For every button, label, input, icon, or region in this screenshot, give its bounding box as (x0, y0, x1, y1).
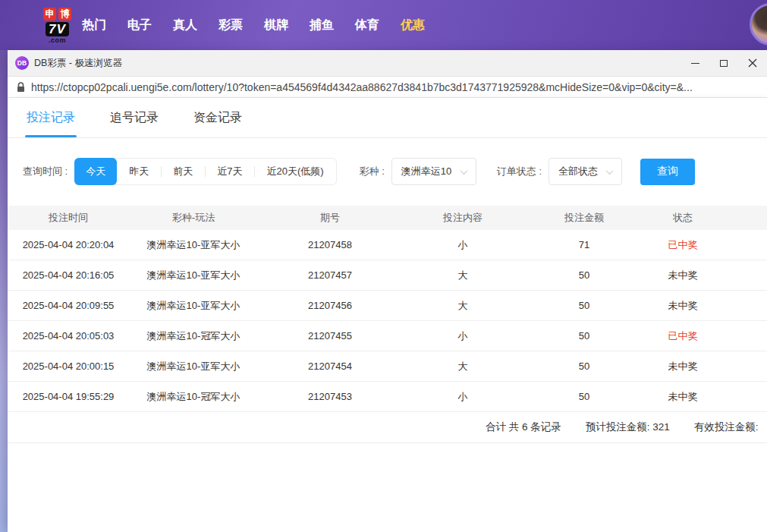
order-status-value: 全部状态 (558, 165, 598, 178)
cell-bet-content: 大 (402, 269, 523, 282)
cell-bet-content: 小 (402, 238, 523, 252)
cell-issue: 21207458 (258, 239, 402, 250)
logo-text: 7V (46, 22, 69, 36)
cell-issue: 21207453 (258, 391, 402, 402)
summary-expected-amount: 预计投注金额: 321 (586, 420, 670, 434)
site-logo[interactable]: 申 博 7V .com (43, 8, 71, 43)
cell-bet-content: 小 (402, 329, 523, 343)
cell-issue: 21207455 (258, 330, 402, 342)
cell-bet-time: 2025-04-04 20:20:04 (8, 239, 129, 250)
table-row: 2025-04-04 19:55:29 澳洲幸运10-冠军大小 21207453… (8, 382, 767, 412)
minimize-icon (691, 63, 699, 64)
table-row: 2025-04-04 20:20:04 澳洲幸运10-亚军大小 21207458… (8, 230, 767, 260)
cell-bet-amount: 50 (523, 269, 645, 281)
cell-status: 未中奖 (645, 299, 721, 313)
cell-bet-time: 2025-04-04 20:09:55 (8, 300, 129, 311)
cell-status: 已中奖 (645, 329, 721, 343)
close-icon (748, 58, 757, 68)
cell-game-play: 澳洲幸运10-亚军大小 (129, 238, 258, 252)
cell-bet-time: 2025-04-04 20:16:05 (8, 269, 129, 281)
cell-status: 未中奖 (645, 390, 721, 404)
time-filter-label: 查询时间 : (23, 165, 68, 178)
cell-issue: 21207456 (258, 300, 402, 311)
window-titlebar: DB DB彩票 - 极速浏览器 (8, 50, 767, 77)
table-row: 2025-04-04 20:09:55 澳洲幸运10-亚军大小 21207456… (8, 291, 767, 321)
filter-bar: 查询时间 : 今天昨天前天近7天近20天(低频) 彩种 : 澳洲幸运10 订单状… (8, 138, 767, 185)
lottery-filter-label: 彩种 : (360, 165, 385, 178)
url-text: https://ctopcp02pcali.uengi5e.com/lotter… (31, 81, 693, 93)
summary-total-records: 合计 共 6 条记录 (486, 420, 561, 434)
table-row: 2025-04-04 20:16:05 澳洲幸运10-亚军大小 21207457… (8, 260, 767, 291)
table-row: 2025-04-04 20:05:03 澳洲幸运10-冠军大小 21207455… (8, 321, 767, 351)
page-content: 投注记录追号记录资金记录 查询时间 : 今天昨天前天近7天近20天(低频) 彩种… (8, 98, 767, 532)
nav-item-fishing[interactable]: 捕鱼 (310, 17, 334, 33)
cell-game-play: 澳洲幸运10-冠军大小 (129, 329, 258, 343)
tab-fund-records[interactable]: 资金记录 (193, 98, 242, 137)
lock-icon[interactable] (17, 82, 25, 93)
cell-bet-content: 大 (402, 299, 523, 313)
address-bar[interactable]: https://ctopcp02pcali.uengi5e.com/lotter… (8, 77, 767, 98)
cell-status: 未中奖 (645, 360, 721, 373)
time-option-last7days[interactable]: 近7天 (205, 158, 254, 185)
query-button[interactable]: 查询 (640, 159, 695, 185)
time-filter-group: 今天昨天前天近7天近20天(低频) (74, 158, 336, 185)
time-option-last20days[interactable]: 近20天(低频) (254, 158, 335, 185)
window-controls (681, 50, 767, 76)
nav-item-promo[interactable]: 优惠 (401, 17, 425, 33)
cell-bet-amount: 50 (523, 300, 645, 311)
browser-window: DB DB彩票 - 极速浏览器 https://ctopcp02pcali.ue… (8, 50, 767, 532)
table-header-row: 投注时间 彩种-玩法 期号 投注内容 投注金额 状态 (8, 206, 767, 230)
chevron-down-icon (452, 169, 467, 175)
cell-bet-content: 小 (402, 390, 523, 404)
user-avatar[interactable] (750, 3, 767, 46)
logo-badge-2: 博 (58, 8, 71, 20)
header-bet-time: 投注时间 (8, 211, 129, 225)
cell-bet-content: 大 (402, 360, 523, 373)
browser-app-icon: DB (15, 56, 29, 70)
close-button[interactable] (738, 50, 767, 76)
table-row: 2025-04-04 20:00:15 澳洲幸运10-亚军大小 21207454… (8, 351, 767, 382)
time-option-day-before[interactable]: 前天 (161, 158, 205, 185)
logo-badges: 申 博 (43, 8, 71, 20)
cell-bet-time: 2025-04-04 19:55:29 (8, 391, 129, 402)
cell-game-play: 澳洲幸运10-亚军大小 (129, 360, 258, 373)
cell-issue: 21207454 (258, 360, 402, 372)
lottery-select[interactable]: 澳洲幸运10 (391, 158, 476, 185)
order-status-select[interactable]: 全部状态 (549, 158, 622, 185)
cell-bet-amount: 71 (523, 239, 645, 250)
record-tabs: 投注记录追号记录资金记录 (8, 98, 767, 138)
nav-item-sports[interactable]: 体育 (355, 17, 379, 33)
bet-records-table: 投注时间 彩种-玩法 期号 投注内容 投注金额 状态 2025-04-04 20… (8, 206, 767, 443)
header-bet-amount: 投注金额 (523, 211, 645, 225)
cell-bet-amount: 50 (523, 330, 645, 342)
logo-suffix: .com (49, 38, 66, 43)
time-option-today[interactable]: 今天 (74, 158, 117, 185)
cell-bet-time: 2025-04-04 20:00:15 (8, 360, 129, 372)
maximize-button[interactable] (709, 50, 738, 76)
nav-item-hot[interactable]: 热门 (82, 17, 106, 33)
nav-item-lottery[interactable]: 彩票 (218, 17, 243, 33)
main-nav: 热门电子真人彩票棋牌捕鱼体育优惠 (82, 17, 425, 33)
nav-item-slots[interactable]: 电子 (127, 17, 152, 33)
time-option-yesterday[interactable]: 昨天 (117, 158, 161, 185)
cell-issue: 21207457 (258, 269, 402, 281)
records-card: 投注记录追号记录资金记录 查询时间 : 今天昨天前天近7天近20天(低频) 彩种… (8, 98, 767, 532)
header-bet-content: 投注内容 (402, 211, 523, 225)
header-issue: 期号 (258, 211, 402, 225)
cell-bet-amount: 50 (523, 391, 645, 402)
cell-game-play: 澳洲幸运10-亚军大小 (129, 299, 258, 313)
nav-item-live[interactable]: 真人 (173, 17, 197, 33)
minimize-button[interactable] (681, 50, 709, 76)
nav-item-cards[interactable]: 棋牌 (264, 17, 288, 33)
cell-game-play: 澳洲幸运10-冠军大小 (129, 390, 258, 404)
tab-chase-records[interactable]: 追号记录 (110, 98, 159, 137)
cell-status: 已中奖 (645, 238, 721, 252)
header-game-play: 彩种-玩法 (129, 211, 258, 225)
cell-bet-time: 2025-04-04 20:05:03 (8, 330, 129, 342)
cell-game-play: 澳洲幸运10-亚军大小 (129, 269, 258, 282)
status-filter-label: 订单状态 : (497, 165, 542, 178)
tab-bet-records[interactable]: 投注记录 (27, 98, 75, 137)
window-title: DB彩票 - 极速浏览器 (34, 57, 122, 70)
cell-status: 未中奖 (645, 269, 721, 282)
maximize-icon (720, 60, 728, 67)
